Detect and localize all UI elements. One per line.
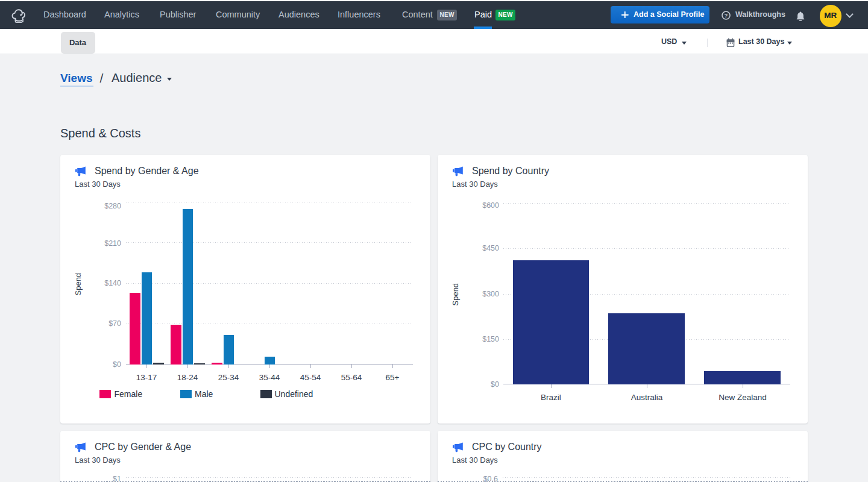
svg-text:?: ? (724, 12, 728, 19)
